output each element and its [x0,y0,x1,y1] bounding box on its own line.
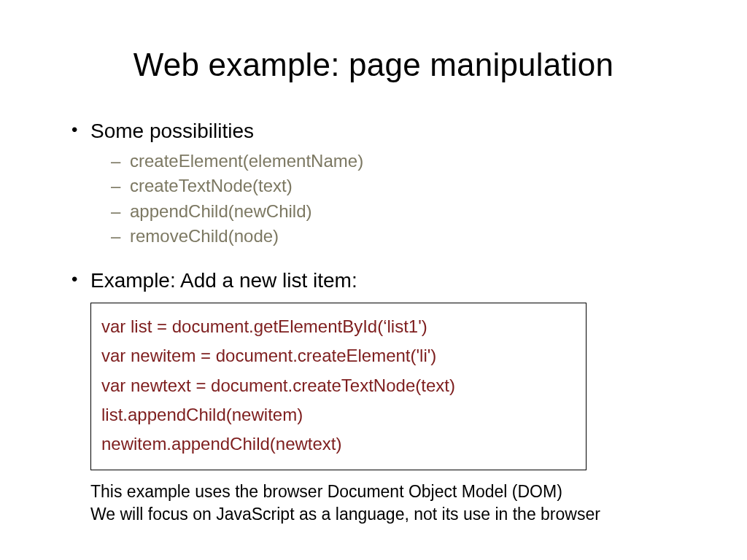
bullet-text: Some possibilities [90,120,254,142]
code-line: var newtext = document.createTextNode(te… [101,371,576,400]
bullet-example: Example: Add a new list item: [71,268,696,294]
bullet-some-possibilities: Some possibilities createElement(element… [71,118,696,249]
slide-content: Some possibilities createElement(element… [0,118,747,526]
code-line: var list = document.getElementById(‘list… [101,312,576,341]
sub-bullet: appendChild(newChild) [90,199,696,224]
code-line: newitem.appendChild(newtext) [101,429,576,459]
footnote-line: We will focus on JavaScript as a languag… [90,503,696,526]
slide: Web example: page manipulation Some poss… [0,47,747,560]
footnote: This example uses the browser Document O… [90,481,696,526]
code-line: var newitem = document.createElement('li… [101,341,576,370]
code-line: list.appendChild(newitem) [101,400,576,429]
sub-bullet: createElement(elementName) [90,149,696,174]
footnote-line: This example uses the browser Document O… [90,481,696,503]
sub-bullet-list: createElement(elementName) createTextNod… [90,149,696,248]
slide-title: Web example: page manipulation [0,47,747,83]
code-block: var list = document.getElementById(‘list… [90,303,587,470]
bullet-list: Some possibilities createElement(element… [71,118,696,294]
sub-bullet: removeChild(node) [90,224,696,249]
sub-bullet: createTextNode(text) [90,174,696,198]
bullet-text: Example: Add a new list item: [90,269,357,292]
